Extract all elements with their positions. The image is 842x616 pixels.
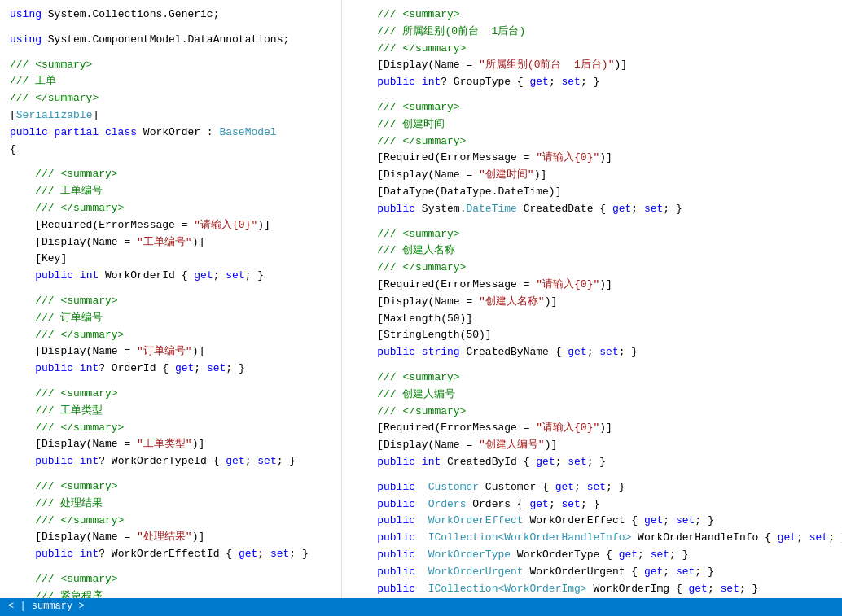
code-line: [Key] — [10, 251, 331, 268]
code-line: /// 所属组别(0前台 1后台) — [352, 24, 832, 41]
code-line: [MaxLength(50)] — [352, 311, 832, 328]
code-line: /// 工单 — [10, 73, 331, 90]
code-line: public WorkOrderUrgent WorkOrderUrgent {… — [352, 564, 832, 581]
code-line: /// </summary> — [352, 404, 832, 421]
code-line: public partial class WorkOrder : BaseMod… — [10, 125, 331, 142]
code-line: /// </summary> — [352, 41, 832, 58]
code-line: /// <summary> — [352, 7, 832, 24]
code-line: public Customer Customer { get; set; } — [352, 479, 832, 496]
code-line: /// 工单类型 — [10, 403, 331, 420]
code-line: { — [10, 142, 331, 159]
code-line: public System.DateTime CreatedDate { get… — [352, 201, 832, 218]
code-line: [Display(Name = "创建人编号")] — [352, 437, 832, 454]
left-pane: using System.Collections.Generic; using … — [0, 0, 342, 616]
code-line: [DataType(DataType.DateTime)] — [352, 184, 832, 201]
code-line: public ICollection<WorkOrderImg> WorkOrd… — [352, 581, 832, 598]
code-line: public WorkOrderType WorkOrderType { get… — [352, 547, 832, 564]
code-line: [Required(ErrorMessage = "请输入{0}")] — [10, 217, 331, 234]
code-line: public Orders Orders { get; set; } — [352, 496, 832, 513]
code-line: /// 订单编号 — [10, 310, 331, 327]
code-line: /// <summary> — [10, 166, 331, 183]
right-pane: /// <summary> /// 所属组别(0前台 1后台) /// </su… — [342, 0, 842, 616]
code-line: public int? WorkOrderEffectId { get; set… — [10, 546, 331, 563]
code-line: /// </summary> — [10, 513, 331, 530]
code-line: /// 创建人名称 — [352, 242, 832, 260]
code-line: [Display(Name = "订单编号")] — [10, 343, 331, 360]
code-line: public int CreatedById { get; set; } — [352, 454, 832, 471]
code-line: [Required(ErrorMessage = "请输入{0}")] — [352, 420, 832, 437]
code-line: /// <summary> — [10, 386, 331, 403]
code-line: [Required(ErrorMessage = "请输入{0}")] — [352, 277, 832, 294]
code-line: [Display(Name = "创建时间")] — [352, 167, 832, 184]
code-line: public string CreatedByName { get; set; … — [352, 344, 832, 361]
code-editor: using System.Collections.Generic; using … — [0, 0, 842, 616]
code-line: public int? GroupType { get; set; } — [352, 74, 832, 91]
code-line: /// <summary> — [10, 57, 331, 74]
code-line: /// 处理结果 — [10, 496, 331, 513]
code-line: /// <summary> — [352, 226, 832, 243]
summary-text: < | summary > — [8, 599, 85, 614]
code-line: /// 工单编号 — [10, 183, 331, 200]
code-line: /// <summary> — [10, 293, 331, 310]
code-line: public int? WorkOrderTypeId { get; set; … — [10, 453, 331, 470]
code-line: /// </summary> — [352, 133, 832, 151]
code-line: public WorkOrderEffect WorkOrderEffect {… — [352, 513, 832, 530]
code-line: /// </summary> — [352, 260, 832, 277]
code-line: /// </summary> — [10, 420, 331, 437]
code-line: /// </summary> — [10, 200, 331, 217]
code-line: [Display(Name = "处理结果")] — [10, 529, 331, 546]
code-line: [Display(Name = "工单编号")] — [10, 234, 331, 251]
code-line: using System.ComponentModel.DataAnnotati… — [10, 32, 331, 49]
code-line: [StringLength(50)] — [352, 327, 832, 344]
code-line: using System.Collections.Generic; — [10, 7, 331, 24]
code-line: [Display(Name = "所属组别(0前台 1后台)")] — [352, 57, 832, 74]
code-line: /// <summary> — [352, 369, 832, 387]
code-line: /// 创建时间 — [352, 116, 832, 133]
code-line: /// 创建人编号 — [352, 387, 832, 404]
code-line: public int? OrderId { get; set; } — [10, 360, 331, 378]
code-line: /// <summary> — [352, 99, 832, 116]
code-line: [Serializable] — [10, 107, 331, 125]
code-line: [Display(Name = "工单类型")] — [10, 436, 331, 453]
code-line: public ICollection<WorkOrderHandleInfo> … — [352, 530, 832, 547]
code-line: public int WorkOrderId { get; set; } — [10, 268, 331, 285]
code-line: /// <summary> — [10, 478, 331, 496]
code-line: [Required(ErrorMessage = "请输入{0}")] — [352, 150, 832, 167]
code-line: /// <summary> — [10, 571, 331, 588]
code-line: [Display(Name = "创建人名称")] — [352, 294, 832, 311]
bottom-bar: < | summary > — [0, 598, 842, 616]
code-line: /// </summary> — [10, 90, 331, 107]
code-line: /// </summary> — [10, 327, 331, 344]
